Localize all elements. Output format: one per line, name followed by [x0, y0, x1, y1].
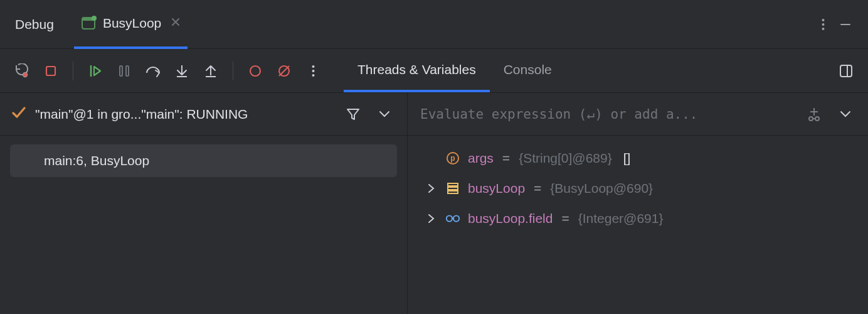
svg-point-27: [815, 117, 819, 121]
step-over-icon[interactable]: [140, 58, 166, 84]
close-tab-icon[interactable]: [169, 16, 180, 30]
tool-window-tabbar: Debug BusyLoop: [0, 0, 868, 49]
svg-rect-11: [126, 66, 129, 76]
variables-pane: pargs = {String[0]@689}[]busyLoop = {Bus…: [408, 93, 868, 314]
variable-row[interactable]: busyLoop = {BusyLoop@690}: [408, 173, 868, 203]
stop-icon[interactable]: [38, 58, 64, 84]
view-breakpoints-icon[interactable]: [242, 58, 268, 84]
more-actions-icon[interactable]: [300, 58, 326, 84]
pause-icon[interactable]: [111, 58, 137, 84]
watch-icon: [445, 214, 460, 224]
svg-point-16: [250, 66, 260, 76]
step-into-icon[interactable]: [169, 58, 195, 84]
add-watch-icon[interactable]: [803, 103, 825, 126]
svg-rect-33: [448, 191, 458, 193]
svg-point-3: [822, 23, 824, 26]
expand-chevron-icon[interactable]: [425, 214, 438, 224]
variable-value: {String[0]@689}: [519, 151, 612, 166]
svg-rect-22: [840, 65, 852, 77]
svg-rect-10: [120, 66, 122, 76]
mute-breakpoints-icon[interactable]: [271, 58, 297, 84]
object-icon: [445, 182, 460, 195]
stack-frame[interactable]: main:6, BusyLoop: [10, 144, 397, 177]
run-config-tab[interactable]: BusyLoop: [74, 0, 188, 49]
variable-value: {Integer@691}: [578, 211, 664, 226]
evaluate-bar: [408, 93, 868, 136]
variable-name: args: [468, 151, 494, 166]
debugger-toolbar: Threads & Variables Console: [0, 49, 868, 93]
variables-tree: pargs = {String[0]@689}[]busyLoop = {Bus…: [408, 136, 868, 241]
step-out-icon[interactable]: [198, 58, 224, 84]
svg-point-7: [23, 72, 27, 76]
equals-sign: =: [501, 151, 511, 166]
variable-row[interactable]: pargs = {String[0]@689}[]: [408, 143, 868, 173]
svg-rect-32: [448, 187, 458, 190]
variable-preview: []: [620, 151, 631, 166]
evaluate-input[interactable]: [419, 106, 794, 122]
more-options-icon[interactable]: [812, 13, 834, 36]
application-icon: [82, 17, 95, 30]
frames-list: main:6, BusyLoop: [0, 136, 407, 186]
tab-threads-variables[interactable]: Threads & Variables: [344, 49, 490, 92]
debugger-main-split: "main"@1 in gro..."main": RUNNING main:6…: [0, 93, 868, 314]
svg-point-21: [312, 74, 314, 77]
layout-settings-icon[interactable]: [833, 58, 859, 84]
svg-rect-8: [46, 67, 55, 75]
tool-window-title: Debug: [15, 17, 54, 32]
resume-icon[interactable]: [82, 58, 109, 84]
equals-sign: =: [560, 211, 570, 226]
chevron-down-icon[interactable]: [373, 103, 396, 126]
filter-icon[interactable]: [342, 103, 364, 126]
svg-point-2: [822, 19, 824, 21]
svg-point-4: [822, 28, 824, 30]
rerun-icon[interactable]: [9, 58, 35, 84]
svg-rect-31: [448, 183, 458, 186]
svg-point-26: [809, 117, 813, 121]
variable-name: busyLoop: [468, 181, 525, 196]
variable-name: busyLoop.field: [468, 211, 553, 226]
thread-selector[interactable]: "main"@1 in gro..."main": RUNNING: [0, 93, 407, 136]
chevron-down-icon[interactable]: [834, 103, 857, 126]
equals-sign: =: [532, 181, 542, 196]
tab-console[interactable]: Console: [490, 49, 566, 92]
minimize-icon[interactable]: [834, 13, 857, 36]
thread-label: "main"@1 in gro..."main": RUNNING: [35, 107, 333, 122]
svg-point-20: [312, 70, 314, 72]
stack-frame-label: main:6, BusyLoop: [44, 153, 149, 168]
frames-pane: "main"@1 in gro..."main": RUNNING main:6…: [0, 93, 408, 314]
run-config-label: BusyLoop: [103, 16, 161, 31]
svg-point-19: [312, 65, 314, 68]
checkmark-icon: [11, 105, 26, 123]
expand-chevron-icon[interactable]: [425, 183, 438, 193]
svg-point-35: [453, 215, 459, 221]
svg-text:p: p: [450, 154, 455, 163]
variable-value: {BusyLoop@690}: [550, 181, 653, 196]
variable-row[interactable]: busyLoop.field = {Integer@691}: [408, 203, 868, 234]
svg-point-34: [447, 215, 452, 221]
param-icon: p: [445, 151, 460, 165]
